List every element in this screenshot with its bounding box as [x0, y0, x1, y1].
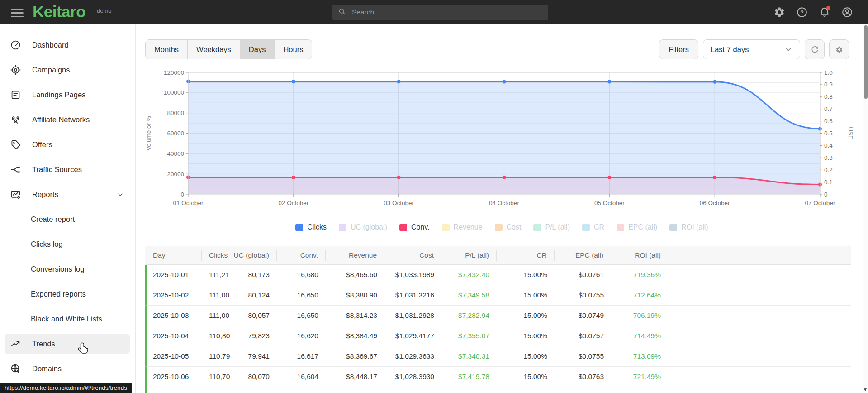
scrollbar-down-arrow[interactable]: ▼ [863, 388, 868, 392]
column-header-p-l-all[interactable]: P/L (all) [441, 250, 497, 261]
sidebar-item-exported-reports[interactable]: Exported reports [0, 282, 135, 307]
data-point[interactable] [713, 176, 716, 179]
trends-icon [10, 338, 21, 350]
sidebar-item-clicks-log[interactable]: Clicks log [0, 232, 135, 257]
keitaro-logo[interactable]: Keitaro [33, 3, 85, 21]
column-header-clicks[interactable]: Clicks [202, 250, 226, 261]
legend-item-epc-all[interactable]: EPC (all) [617, 223, 657, 231]
vertical-scrollbar[interactable]: ▼ [863, 24, 868, 393]
legend-label: EPC (all) [628, 223, 657, 231]
legend-item-conv[interactable]: Conv. [399, 223, 430, 231]
column-header-cr[interactable]: CR [497, 250, 555, 261]
table-row-2025-10-03[interactable]: 2025-10-03111,0080,05716,650$8,314.23$1,… [145, 306, 851, 326]
data-point[interactable] [607, 176, 611, 179]
svg-text:0.8: 0.8 [824, 93, 833, 100]
top-bar: Keitaro demo Search ? [0, 0, 868, 24]
sidebar-item-label: Landings Pages [32, 91, 85, 99]
table-row-2025-10-02[interactable]: 2025-10-02111,0080,12416,650$8,380.90$1,… [145, 285, 851, 306]
sidebar-item-conversions-log[interactable]: Conversions log [0, 257, 135, 282]
legend-swatch [442, 224, 450, 231]
legend-swatch [295, 224, 303, 231]
legend-item-p-l-all[interactable]: P/L (all) [533, 223, 570, 231]
sidebar-item-create-report[interactable]: Create report [0, 207, 135, 232]
svg-text:06 October: 06 October [700, 200, 730, 206]
sidebar-item-trends[interactable]: Trends [0, 331, 135, 356]
table-row-2025-10-01[interactable]: 2025-10-01111,2180,17316,680$8,465.60$1,… [145, 265, 851, 285]
cell-clicks: 111,21 [202, 271, 226, 279]
sidebar-item-reports[interactable]: Reports [0, 182, 135, 207]
cell-roi-all: 712.64% [611, 291, 668, 299]
sidebar-item-domains[interactable]: Domains [0, 356, 135, 381]
data-point[interactable] [607, 80, 611, 84]
tab-weekdays[interactable]: Weekdays [188, 40, 240, 59]
data-point[interactable] [397, 80, 401, 83]
sidebar-item-affiliate-networks[interactable]: Affiliate Networks [0, 107, 135, 132]
cell-p-l-all: $7,349.58 [441, 291, 497, 299]
data-point[interactable] [503, 80, 506, 84]
sidebar-item-landings-pages[interactable]: Landings Pages [0, 82, 135, 107]
cell-day: 2025-10-04 [147, 332, 202, 340]
notifications-bell-icon[interactable] [816, 4, 833, 20]
sidebar-item-offers[interactable]: $Offers [0, 132, 135, 157]
search-input[interactable]: Search [332, 5, 548, 20]
table-row-2025-10-05[interactable]: 2025-10-05110,7979,94116,617$8,369.67$1,… [145, 346, 851, 367]
sidebar-item-label: Trends [32, 340, 55, 348]
tab-hours[interactable]: Hours [275, 40, 312, 59]
scrollbar-thumb[interactable] [864, 25, 868, 99]
cell-revenue: $8,380.90 [326, 291, 384, 299]
filters-button[interactable]: Filters [659, 39, 698, 59]
table-row-2025-10-04[interactable]: 2025-10-04110,8079,82316,620$8,384.49$1,… [145, 326, 851, 346]
help-icon[interactable]: ? [794, 4, 810, 20]
table-row-2025-10-07[interactable]: 2025-10-0764,4644,4579,646$4,866.94$597.… [145, 387, 851, 393]
data-point[interactable] [713, 80, 716, 84]
cell-cr: 15.00% [497, 332, 555, 340]
column-header-epc-all[interactable]: EPC (all) [555, 250, 611, 261]
table-row-2025-10-06[interactable]: 2025-10-06110,7080,07016,604$8,448.17$1,… [145, 367, 851, 387]
sidebar-item-dashboard[interactable]: Dashboard [0, 33, 135, 58]
sidebar-item-campaigns[interactable]: Campaigns [0, 58, 135, 82]
column-header-revenue[interactable]: Revenue [326, 250, 384, 261]
account-icon[interactable] [839, 4, 855, 20]
tab-days[interactable]: Days [240, 40, 275, 59]
legend-swatch [617, 224, 624, 231]
cell-day: 2025-10-06 [147, 373, 202, 381]
tab-months[interactable]: Months [146, 40, 188, 59]
column-header-conv[interactable]: Conv. [277, 250, 326, 261]
svg-text:120000: 120000 [164, 69, 184, 76]
legend-swatch [339, 224, 346, 231]
data-point[interactable] [292, 80, 295, 83]
chart-settings-button[interactable] [829, 39, 849, 59]
legend-item-uc-global[interactable]: UC (global) [339, 223, 387, 231]
cell-revenue: $8,314.23 [326, 312, 384, 320]
column-header-day[interactable]: Day [147, 250, 202, 261]
column-header-roi-all[interactable]: ROI (all) [611, 250, 668, 261]
data-point[interactable] [397, 176, 401, 179]
legend-item-roi-all[interactable]: ROI (all) [669, 223, 708, 231]
data-point[interactable] [292, 176, 295, 179]
legend-item-revenue[interactable]: Revenue [442, 223, 483, 231]
legend-label: UC (global) [351, 223, 387, 231]
cell-epc-all: $0.0755 [555, 352, 611, 360]
cell-cr: 15.00% [497, 271, 555, 279]
data-point[interactable] [503, 176, 506, 179]
cell-clicks: 111,00 [202, 312, 226, 320]
settings-gear-icon[interactable] [771, 4, 787, 20]
column-header-cost[interactable]: Cost [384, 250, 441, 261]
legend-item-clicks[interactable]: Clicks [295, 223, 327, 231]
svg-text:40000: 40000 [167, 150, 184, 157]
svg-text:0.2: 0.2 [824, 167, 833, 173]
cell-epc-all: $0.0749 [555, 312, 611, 320]
trend-chart-svg: 02000040000600008000010000012000000.10.2… [136, 66, 868, 227]
sidebar-item-traffic-sources[interactable]: Traffic Sources [0, 157, 135, 182]
legend-item-cost[interactable]: Cost [495, 223, 522, 231]
legend-item-cr[interactable]: CR [582, 223, 604, 231]
refresh-button[interactable] [805, 39, 825, 59]
svg-text:1.0: 1.0 [824, 69, 833, 76]
date-range-select[interactable]: Last 7 days [703, 39, 800, 59]
column-header-uc-global[interactable]: UC (global) [226, 250, 277, 261]
cell-conv: 16,620 [277, 332, 326, 340]
menu-toggle-button[interactable] [7, 5, 27, 19]
sidebar-item-label: Domains [32, 364, 62, 373]
sidebar-item-black-and-white-lists[interactable]: Black and White Lists [0, 307, 135, 331]
link-preview-statusbar: https://demo.keitaro.io/admin/#!/trends/… [0, 383, 132, 393]
